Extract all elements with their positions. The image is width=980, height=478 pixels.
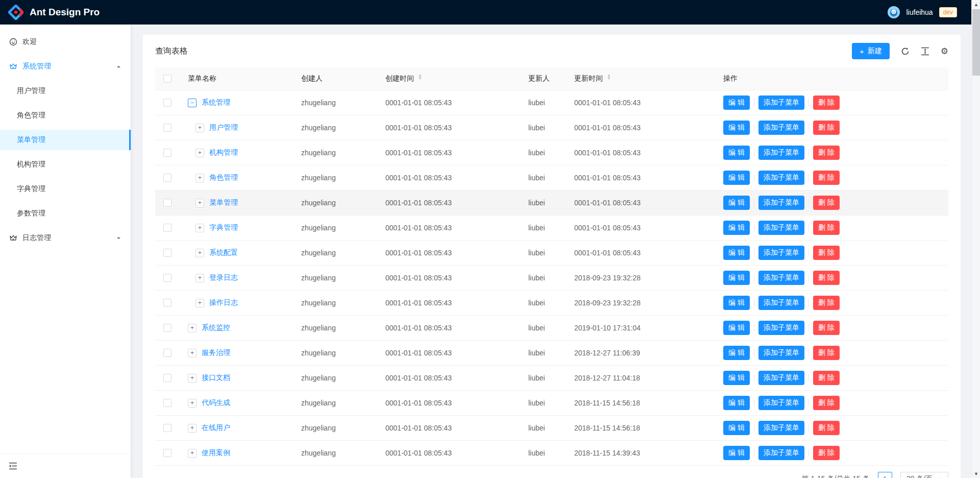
delete-button[interactable]: 删 除 [813, 396, 840, 410]
row-checkbox[interactable] [163, 199, 172, 207]
delete-button[interactable]: 删 除 [813, 146, 840, 160]
add-submenu-button[interactable]: 添加子菜单 [758, 196, 804, 210]
brand[interactable]: Ant Design Pro [0, 5, 100, 20]
sidebar-item-2[interactable]: 系统管理 [0, 56, 131, 77]
density-icon[interactable] [921, 47, 929, 56]
row-checkbox[interactable] [163, 274, 172, 282]
add-submenu-button[interactable]: 添加子菜单 [758, 421, 804, 435]
row-checkbox[interactable] [163, 224, 172, 232]
menu-name-link[interactable]: 系统监控 [202, 323, 230, 332]
delete-button[interactable]: 删 除 [813, 121, 840, 135]
edit-button[interactable]: 编 辑 [723, 95, 750, 110]
row-checkbox[interactable] [163, 449, 172, 457]
add-submenu-button[interactable]: 添加子菜单 [758, 95, 804, 110]
row-checkbox[interactable] [163, 149, 172, 157]
sorter-icon[interactable]: ▲▼ [418, 76, 422, 82]
sidebar-item-7[interactable]: 字典管理 [0, 179, 131, 199]
menu-name-link[interactable]: 菜单管理 [209, 198, 238, 207]
page-1-button[interactable]: 1 [878, 472, 892, 478]
menu-name-link[interactable]: 接口文档 [202, 373, 230, 383]
expand-row-icon[interactable]: + [195, 124, 204, 132]
user-avatar[interactable] [888, 6, 900, 18]
menu-name-link[interactable]: 系统管理 [202, 98, 230, 107]
delete-button[interactable]: 删 除 [813, 346, 840, 360]
delete-button[interactable]: 删 除 [813, 221, 840, 235]
delete-button[interactable]: 删 除 [813, 95, 840, 110]
add-submenu-button[interactable]: 添加子菜单 [758, 221, 804, 235]
edit-button[interactable]: 编 辑 [723, 121, 750, 135]
edit-button[interactable]: 编 辑 [723, 296, 750, 310]
edit-button[interactable]: 编 辑 [723, 171, 750, 185]
add-submenu-button[interactable]: 添加子菜单 [758, 396, 804, 410]
delete-button[interactable]: 删 除 [813, 246, 840, 260]
setting-icon[interactable]: ⚙ [941, 46, 948, 56]
column-header[interactable]: 更新时间▲▼ [566, 74, 715, 83]
edit-button[interactable]: 编 辑 [723, 321, 750, 335]
expand-row-icon[interactable]: + [188, 424, 197, 433]
expand-row-icon[interactable]: + [195, 199, 204, 207]
menu-name-link[interactable]: 使用案例 [202, 448, 230, 458]
reload-icon[interactable] [901, 47, 910, 56]
row-checkbox[interactable] [163, 99, 172, 107]
edit-button[interactable]: 编 辑 [723, 246, 750, 260]
add-submenu-button[interactable]: 添加子菜单 [758, 246, 804, 260]
add-submenu-button[interactable]: 添加子菜单 [758, 146, 804, 160]
row-checkbox[interactable] [163, 399, 172, 407]
menu-name-link[interactable]: 服务治理 [202, 348, 230, 357]
menu-name-link[interactable]: 在线用户 [202, 423, 230, 433]
window-scrollbar[interactable]: ▲ ▼ [971, 0, 980, 478]
sidebar-item-4[interactable]: 角色管理 [0, 105, 131, 126]
row-checkbox[interactable] [163, 299, 172, 307]
scroll-down-icon[interactable]: ▼ [972, 469, 980, 478]
delete-button[interactable]: 删 除 [813, 321, 840, 335]
expand-row-icon[interactable]: + [195, 274, 204, 282]
edit-button[interactable]: 编 辑 [723, 371, 750, 385]
column-header[interactable]: 创建时间▲▼ [377, 74, 520, 83]
sidebar-item-6[interactable]: 机构管理 [0, 154, 131, 175]
sidebar-item-3[interactable]: 用户管理 [0, 81, 131, 101]
menu-name-link[interactable]: 代码生成 [202, 398, 230, 408]
add-submenu-button[interactable]: 添加子菜单 [758, 321, 804, 335]
edit-button[interactable]: 编 辑 [723, 396, 750, 410]
edit-button[interactable]: 编 辑 [723, 196, 750, 210]
menu-name-link[interactable]: 机构管理 [209, 148, 238, 157]
row-checkbox[interactable] [163, 374, 172, 382]
expand-row-icon[interactable]: + [188, 449, 197, 458]
sidebar-item-9[interactable]: 日志管理 [0, 228, 131, 248]
menu-name-link[interactable]: 角色管理 [209, 173, 238, 182]
expand-row-icon[interactable]: + [188, 374, 197, 383]
menu-name-link[interactable]: 字典管理 [209, 223, 238, 232]
expand-row-icon[interactable]: + [188, 399, 197, 408]
delete-button[interactable]: 删 除 [813, 421, 840, 435]
sidebar-item-1[interactable]: 欢迎 [0, 32, 131, 52]
sidebar-item-5[interactable]: 菜单管理 [0, 130, 131, 150]
expand-row-icon[interactable]: + [195, 149, 204, 157]
delete-button[interactable]: 删 除 [813, 271, 840, 285]
collapse-row-icon[interactable]: − [188, 99, 197, 107]
add-submenu-button[interactable]: 添加子菜单 [758, 271, 804, 285]
add-submenu-button[interactable]: 添加子菜单 [758, 371, 804, 385]
menu-fold-icon[interactable] [9, 462, 17, 470]
select-all-checkbox[interactable] [163, 75, 172, 83]
sorter-icon[interactable]: ▲▼ [607, 76, 611, 82]
sidebar-item-8[interactable]: 参数管理 [0, 203, 131, 224]
edit-button[interactable]: 编 辑 [723, 446, 750, 460]
row-checkbox[interactable] [163, 174, 172, 182]
edit-button[interactable]: 编 辑 [723, 221, 750, 235]
expand-row-icon[interactable]: + [195, 299, 204, 307]
edit-button[interactable]: 编 辑 [723, 421, 750, 435]
add-submenu-button[interactable]: 添加子菜单 [758, 121, 804, 135]
row-checkbox[interactable] [163, 424, 172, 432]
edit-button[interactable]: 编 辑 [723, 146, 750, 160]
expand-row-icon[interactable]: + [188, 349, 197, 357]
edit-button[interactable]: 编 辑 [723, 346, 750, 360]
delete-button[interactable]: 删 除 [813, 371, 840, 385]
row-checkbox[interactable] [163, 324, 172, 332]
new-button[interactable]: + 新建 [852, 43, 890, 59]
expand-row-icon[interactable]: + [188, 324, 197, 332]
expand-row-icon[interactable]: + [195, 249, 204, 257]
edit-button[interactable]: 编 辑 [723, 271, 750, 285]
row-checkbox[interactable] [163, 124, 172, 132]
delete-button[interactable]: 删 除 [813, 296, 840, 310]
add-submenu-button[interactable]: 添加子菜单 [758, 346, 804, 360]
